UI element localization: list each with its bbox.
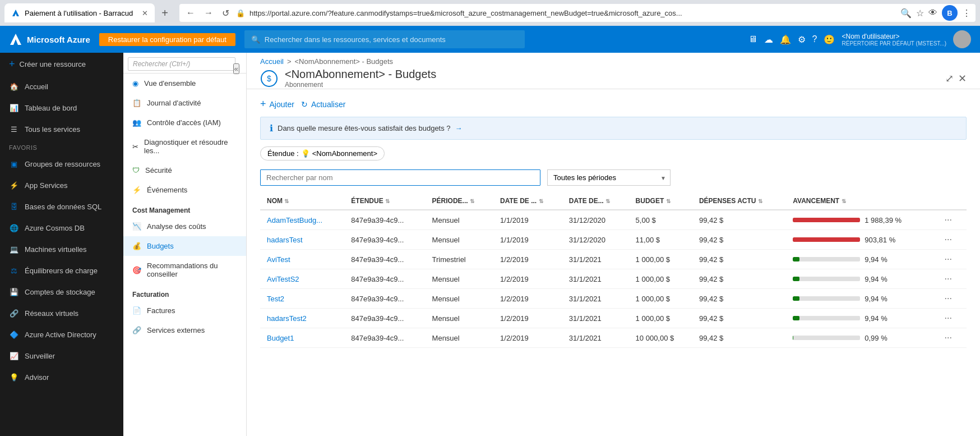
popout-btn[interactable]: ⤢ xyxy=(945,72,954,85)
sort-icon-depenses: ⇅ xyxy=(758,198,762,204)
sidebar-item-all-services[interactable]: ☰ Tous les services xyxy=(0,118,123,140)
budget-link[interactable]: Budget1 xyxy=(267,334,294,342)
svg-marker-0 xyxy=(12,10,19,16)
nav-refresh-btn[interactable]: ↺ xyxy=(220,8,232,19)
sidebar-item-storage[interactable]: 💾 Comptes de stockage xyxy=(0,281,123,302)
nav-back-btn[interactable]: ← xyxy=(184,8,197,18)
budget-link[interactable]: hadarsTest xyxy=(267,236,303,244)
inner-sidebar-advisor-recs[interactable]: 🎯 Recommandations du conseiller xyxy=(123,256,246,284)
browser-controls: ← → ↺ 🔒 🔍 ☆ 👁 B ⋮ xyxy=(179,4,976,22)
sidebar-item-resource-groups[interactable]: ▣ Groupes de ressources xyxy=(0,153,123,175)
user-section[interactable]: <Nom d'utilisateur> RÉPERTOIRE PAR DÉFAU… xyxy=(842,33,946,47)
sidebar-item-load-balancers[interactable]: ⚖ Équilibreurs de charge xyxy=(0,260,123,281)
new-tab-btn[interactable]: + xyxy=(157,7,173,20)
more-actions-btn[interactable]: ··· xyxy=(942,333,954,343)
sort-icon-nom: ⇅ xyxy=(284,198,289,204)
budget-link[interactable]: AviTestS2 xyxy=(267,275,299,283)
bell-icon[interactable]: 🔔 xyxy=(780,34,791,45)
cell-more: ··· xyxy=(936,210,967,230)
close-panel-btn[interactable]: ✕ xyxy=(958,72,967,85)
cloudshell-icon[interactable]: ☁ xyxy=(764,34,773,45)
address-bar[interactable] xyxy=(249,9,896,17)
progress-text: 9,94 % xyxy=(865,314,887,323)
inner-search-input[interactable] xyxy=(128,57,235,71)
col-date-fin[interactable]: DATE DE... ⇅ xyxy=(562,192,629,210)
more-actions-btn[interactable]: ··· xyxy=(942,235,954,245)
more-actions-btn[interactable]: ··· xyxy=(942,254,954,264)
inner-sidebar-overview[interactable]: ◉ Vue d'ensemble xyxy=(123,74,246,93)
feedback-icon[interactable]: 🙂 xyxy=(824,34,835,45)
sidebar-item-aad[interactable]: 🔷 Azure Active Directory xyxy=(0,324,123,345)
more-actions-btn[interactable]: ··· xyxy=(942,274,954,284)
inner-sidebar-diagnose[interactable]: ✂ Diagnostiquer et résoudre les... xyxy=(123,132,246,160)
azure-search-bar[interactable]: 🔍 xyxy=(244,30,525,48)
create-resource-btn[interactable]: + Créer une ressource xyxy=(0,53,123,76)
progress-text: 9,94 % xyxy=(865,255,887,264)
inner-sidebar-security[interactable]: 🛡 Sécurité xyxy=(123,160,246,180)
notifications-icon[interactable]: 🖥 xyxy=(748,34,757,44)
more-actions-btn[interactable]: ··· xyxy=(942,215,954,225)
browser-tab[interactable]: Paiement à l'utilisation - Barracud ✕ xyxy=(4,3,155,22)
budget-link[interactable]: Test2 xyxy=(267,295,284,303)
sidebar-item-monitor[interactable]: 📈 Surveiller xyxy=(0,345,123,366)
inner-sidebar-events[interactable]: ⚡ Événements xyxy=(123,180,246,200)
azure-search-input[interactable] xyxy=(265,35,518,44)
table-row: hadarsTest 847e9a39-4c9... Mensuel 1/1/2… xyxy=(260,230,967,250)
tab-close-btn[interactable]: ✕ xyxy=(142,9,148,17)
inner-sidebar-iam[interactable]: 👥 Contrôle d'accès (IAM) xyxy=(123,113,246,132)
col-depenses[interactable]: DÉPENSES ACTU ⇅ xyxy=(692,192,786,210)
refresh-btn[interactable]: ↻ Actualiser xyxy=(301,100,345,109)
name-search-input[interactable] xyxy=(260,169,540,186)
home-icon: 🏠 xyxy=(9,81,19,91)
browser-user-btn[interactable]: B xyxy=(942,5,958,21)
cell-date-fin: 31/1/2021 xyxy=(562,269,629,289)
user-avatar[interactable] xyxy=(953,30,971,48)
budget-link[interactable]: hadarsTest2 xyxy=(267,314,307,323)
sidebar-item-sql-db[interactable]: 🗄 Bases de données SQL xyxy=(0,196,123,217)
col-budget[interactable]: BUDGET ⇅ xyxy=(629,192,692,210)
budget-link[interactable]: AviTest xyxy=(267,255,290,264)
info-arrow[interactable]: → xyxy=(455,124,463,132)
sidebar-item-app-services[interactable]: ⚡ App Services xyxy=(0,175,123,196)
inner-sidebar-budgets[interactable]: 💰 Budgets xyxy=(123,236,246,256)
sidebar-collapse-btn[interactable]: « xyxy=(233,63,239,74)
col-date-debut[interactable]: DATE DE ... ⇅ xyxy=(493,192,562,210)
menu-btn[interactable]: ⋮ xyxy=(962,8,971,19)
inner-sidebar-activity-log[interactable]: 📋 Journal d'activité xyxy=(123,93,246,113)
budget-link[interactable]: AdamTestBudg... xyxy=(267,216,322,224)
bookmark-btn[interactable]: ☆ xyxy=(916,8,924,19)
col-etendue[interactable]: ÉTENDUE ⇅ xyxy=(344,192,425,210)
period-select[interactable]: Toutes les périodes xyxy=(547,169,671,186)
breadcrumb-home-link[interactable]: Accueil xyxy=(260,57,284,66)
sidebar-item-vnets[interactable]: 🔗 Réseaux virtuels xyxy=(0,302,123,324)
reader-btn[interactable]: 👁 xyxy=(928,8,937,18)
progress-bar xyxy=(793,257,799,261)
search-browser-btn[interactable]: 🔍 xyxy=(900,8,912,19)
sidebar-item-dashboard[interactable]: 📊 Tableau de bord xyxy=(0,97,123,118)
help-icon[interactable]: ? xyxy=(812,34,817,44)
sidebar-item-virtual-machines[interactable]: 💻 Machines virtuelles xyxy=(0,238,123,260)
cell-date-fin: 31/1/2021 xyxy=(562,328,629,348)
sidebar-item-home[interactable]: 🏠 Accueil xyxy=(0,76,123,97)
sidebar-item-advisor[interactable]: 💡 Advisor xyxy=(0,366,123,388)
more-actions-btn[interactable]: ··· xyxy=(942,313,954,323)
cell-etendue: 847e9a39-4c9... xyxy=(344,230,425,250)
events-icon: ⚡ xyxy=(132,186,141,194)
more-actions-btn[interactable]: ··· xyxy=(942,293,954,304)
inner-sidebar-invoices[interactable]: 📄 Factures xyxy=(123,301,246,320)
inner-sidebar-cost-analysis[interactable]: 📉 Analyse des coûts xyxy=(123,217,246,236)
sort-icon-budget: ⇅ xyxy=(666,198,671,204)
add-budget-btn[interactable]: + Ajouter xyxy=(260,98,294,110)
col-periode[interactable]: PÉRIODE... ⇅ xyxy=(426,192,493,210)
col-nom[interactable]: NOM ⇅ xyxy=(260,192,344,210)
settings-icon[interactable]: ⚙ xyxy=(798,34,806,45)
cell-depenses: 99,42 $ xyxy=(692,289,786,309)
nav-forward-btn[interactable]: → xyxy=(202,8,215,18)
aad-icon: 🔷 xyxy=(9,329,19,339)
sidebar-item-cosmos-db[interactable]: 🌐 Azure Cosmos DB xyxy=(0,217,123,238)
scope-filter-btn[interactable]: Étendue : 💡 <NomAbonnement> xyxy=(260,146,385,160)
period-filter-wrap[interactable]: Toutes les périodes xyxy=(547,169,671,186)
inner-sidebar: « ◉ Vue d'ensemble 📋 Journal d'activité … xyxy=(123,53,247,436)
inner-sidebar-external[interactable]: 🔗 Services externes xyxy=(123,320,246,340)
col-avancement[interactable]: AVANCEMENT ⇅ xyxy=(786,192,935,210)
